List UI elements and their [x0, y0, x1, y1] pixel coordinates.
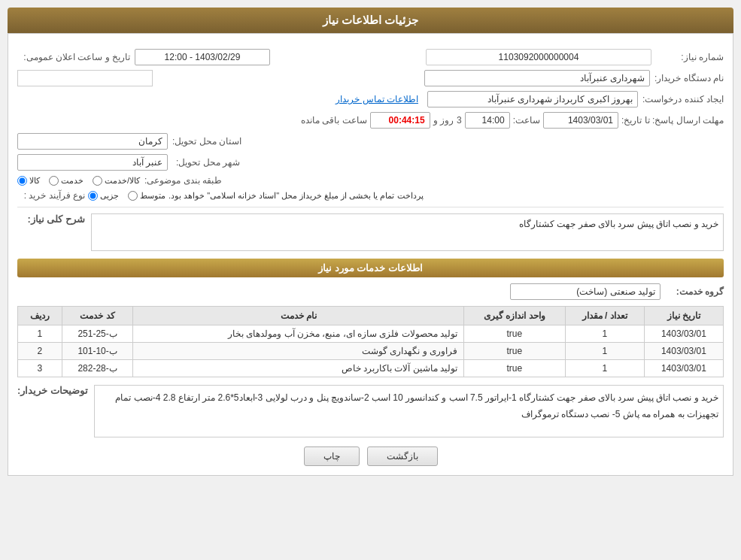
need-number-value: 1103092000000004 — [426, 49, 651, 65]
col-quantity: تعداد / مقدار — [565, 307, 644, 325]
col-code: کد خدمت — [62, 307, 133, 325]
need-number-label: شماره نیاز: — [656, 52, 724, 62]
city-value: عنبر آباد — [17, 154, 168, 171]
need-desc-value: خرید و نصب اتاق پیش سرد بالای صفر جهت کش… — [91, 213, 724, 251]
days-value: 3 — [457, 115, 462, 126]
print-button[interactable]: چاپ — [304, 446, 360, 466]
col-date: تاریخ نیاز — [644, 307, 723, 325]
table-row: 1403/03/01 1 true تولید محصولات فلزی ساز… — [18, 325, 724, 343]
remaining-value: 00:44:15 — [370, 112, 430, 129]
need-desc-label: شرح کلی نیاز: — [17, 213, 85, 225]
purchase-note: پرداخت تمام یا بخشی از مبلغ خریداز محل "… — [169, 191, 424, 201]
button-row: بازگشت چاپ — [17, 446, 724, 466]
announce-label: تاریخ و ساعت اعلان عمومی: — [17, 52, 130, 62]
remaining-label: ساعت باقی مانده — [301, 115, 367, 126]
purchase-option-partial[interactable]: جزیی — [88, 191, 119, 201]
table-row: 1403/03/01 1 true فراوری و نگهداری گوشت … — [18, 343, 724, 360]
deadline-date: 1403/03/01 — [543, 112, 618, 129]
creator-value: بهروز اکبری کاربرداز شهرداری عنبرآباد — [427, 91, 638, 107]
category-label: طبقه بندی موضوعی: — [144, 175, 222, 186]
category-option-kala-khedmat[interactable]: کالا/خدمت — [93, 176, 140, 186]
province-value: کرمان — [17, 133, 168, 150]
back-button[interactable]: بازگشت — [367, 446, 438, 466]
deadline-label: مهلت ارسال پاسخ: تا تاریخ: — [621, 115, 724, 126]
province-label: استان محل تحویل: — [172, 136, 241, 147]
category-radio-group: کالا/خدمت خدمت کالا — [17, 176, 140, 186]
notes-label: توضیحات خریدار: — [17, 385, 88, 396]
col-row: ردیف — [18, 307, 62, 325]
col-unit: واحد اندازه گیری — [464, 307, 566, 325]
page-title: جزئیات اطلاعات نیاز — [323, 14, 418, 26]
city-label: شهر محل تحویل: — [172, 157, 240, 168]
creator-label: ایجاد کننده درخواست: — [642, 94, 724, 104]
page-header: جزئیات اطلاعات نیاز — [8, 8, 733, 33]
contact-link[interactable]: اطلاعات تماس خریدار — [336, 94, 418, 104]
purchase-option-medium[interactable]: متوسط — [128, 191, 166, 201]
buyer-org-value: شهرداری عنبرآباد — [424, 70, 650, 86]
col-name: نام خدمت — [133, 307, 464, 325]
services-section-title: اطلاعات خدمات مورد نیاز — [17, 259, 724, 277]
table-row: 1403/03/01 1 true تولید ماشین آلات باکار… — [18, 360, 724, 377]
category-option-kala[interactable]: کالا — [17, 176, 40, 186]
deadline-time: 14:00 — [465, 112, 510, 129]
category-option-khedmat[interactable]: خدمت — [49, 176, 84, 186]
service-group-value: تولید صنعتی (ساخت) — [510, 283, 661, 300]
purchase-type-label: نوع فرآیند خرید : — [17, 190, 85, 201]
purchase-type-group: متوسط جزیی — [88, 191, 166, 201]
buyer-org-label: نام دستگاه خریدار: — [654, 73, 724, 83]
time-label: ساعت: — [513, 115, 540, 126]
services-table: تاریخ نیاز تعداد / مقدار واحد اندازه گیر… — [17, 306, 724, 377]
notes-value: خرید و نصب اتاق پیش سرد بالای صفر جهت کش… — [94, 385, 724, 437]
service-group-label: گروه خدمت: — [664, 286, 724, 297]
days-label: روز و — [433, 115, 454, 126]
announce-value: 1403/02/29 - 12:00 — [135, 49, 270, 65]
